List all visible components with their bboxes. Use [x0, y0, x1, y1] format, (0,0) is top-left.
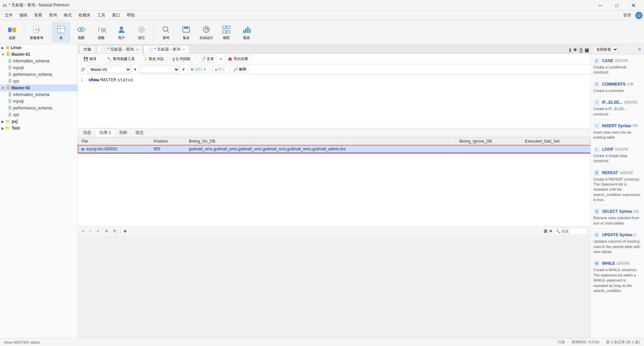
tab-result1[interactable]: 结果 1 [95, 129, 115, 137]
menu-favorites[interactable]: 收藏夹 [75, 11, 94, 19]
toolbar-user-button[interactable]: 用户 [112, 22, 131, 42]
add-row-button[interactable]: + [80, 228, 86, 234]
toolbar-new-query-button[interactable]: SQL 新建查询 [27, 22, 46, 42]
result-toolbar: + − ✓ ✕ ↻ ■ ⊞ ≡ [78, 226, 590, 236]
text-button[interactable]: 📝 文本 [198, 55, 217, 63]
tab-query1[interactable]: 📄 * 无标题 - 查询 ✕ [97, 45, 143, 53]
tab-query2[interactable]: 📄 * 无标题 - 查询 ✕ [144, 45, 190, 53]
menu-help[interactable]: 帮助 [123, 11, 138, 19]
toolbar-model-button[interactable]: 模型 [217, 22, 236, 42]
result-table-wrap[interactable]: File Position Binlog_Do_DB Binlog_Ignore… [78, 137, 590, 226]
view-label: 视图 [78, 36, 85, 40]
toolbar-query-button[interactable]: 查询 [157, 22, 175, 42]
menu-format[interactable]: 格式 [60, 11, 75, 19]
tab-object[interactable]: 对象 [79, 45, 96, 53]
menu-tools[interactable]: 工具 [94, 11, 109, 19]
run-button[interactable]: ▶ 运行 ▼ [187, 66, 210, 73]
eye-button[interactable]: 👁 [573, 47, 578, 53]
database-select[interactable] [139, 66, 179, 73]
sidebar-item-m01-info[interactable]: 🗄 information_schema [0, 58, 77, 64]
menu-view[interactable]: 查看 [31, 11, 46, 19]
snippet-ifelse[interactable]: I IF...ELSE... 流程控制 Create a IF...ELSE..… [591, 96, 644, 120]
snippet-insert[interactable]: I INSERT Syntax DM Insert new rows into … [591, 120, 644, 143]
view-toggle: ⊞ ≡ [544, 228, 588, 235]
stop-result-button[interactable]: ■ [122, 228, 128, 234]
snippet-update[interactable]: U UPDATE Syntax D Updates columns of exi… [591, 229, 644, 257]
snippet-filter-select[interactable]: 全部标签 [593, 46, 618, 52]
code-button[interactable]: {} [580, 47, 583, 53]
sidebar-group-linux[interactable]: ▶ 🖥 Linux [0, 44, 77, 51]
connection-select[interactable]: Master-02 [88, 66, 131, 73]
search-input[interactable] [554, 228, 588, 235]
cancel-button[interactable]: ✕ [103, 228, 110, 234]
backup-label: 备份 [183, 36, 190, 40]
sidebar-item-m01-perf[interactable]: 🗄 performance_schema [0, 71, 77, 78]
save-button[interactable]: 💾 保存 [80, 55, 100, 63]
while-desc: Create a WHILE construct. The statement … [593, 267, 641, 293]
menu-query[interactable]: 查询 [46, 11, 60, 19]
tab-profile[interactable]: 剖析 [115, 129, 131, 137]
sidebar-item-m01-sys[interactable]: 🗄 sys [0, 78, 77, 85]
table-row[interactable]: ▶ mysql-bin.000001 905 gulimall_ums,guli… [78, 145, 590, 153]
tab-info[interactable]: 信息 [79, 129, 95, 137]
maximize-button[interactable]: □ [609, 0, 625, 11]
tab-query2-close[interactable]: ✕ [182, 48, 185, 51]
db-icon: 🗄 [8, 93, 12, 97]
export-button[interactable]: 📤 导出结果 [225, 55, 251, 63]
query-icon [161, 24, 171, 35]
grid-view-button[interactable]: ⊞ [544, 229, 547, 234]
explain-button[interactable]: 🔎 解释 [230, 66, 250, 73]
info-button[interactable]: ℹ [569, 47, 571, 53]
close-button[interactable]: ✕ [626, 0, 641, 11]
view-icon [76, 24, 87, 35]
sidebar-group-master02[interactable]: ▼ 🗄 Master-02 [0, 85, 77, 91]
snippet-select[interactable]: S SELECT Syntax DM Retrieve rows selecte… [591, 205, 644, 229]
menu-file[interactable]: 文件 [1, 11, 16, 19]
sidebar-item-m01-mysql[interactable]: 🗄 mysql [0, 64, 77, 71]
editor-area[interactable]: 1 show MASTER status [78, 75, 590, 128]
menu-edit[interactable]: 编辑 [16, 11, 31, 19]
menu-window[interactable]: 窗口 [109, 11, 123, 19]
snippet-repeat[interactable]: R REPEAT 流程控制 Create A REPEAT construct.… [591, 167, 644, 206]
toolbar-connect-button[interactable]: 连接 [3, 22, 21, 42]
sidebar-item-m02-perf[interactable]: 🗄 performance_schema [0, 105, 77, 111]
tab-query2-icon: 📄 [148, 47, 153, 52]
toolbar-backup-button[interactable]: 备份 [177, 22, 196, 42]
snippet-while[interactable]: W WHILE 流程控制 Create a WHILE construct. T… [591, 257, 644, 296]
toolbar-autorun-button[interactable]: ⏰ 自动运行 [197, 22, 216, 42]
minimize-button[interactable]: ─ [592, 0, 608, 11]
query-builder-button[interactable]: 🔧 查询创建工具 [104, 55, 138, 63]
code-block-button[interactable]: () () 代码段 [169, 55, 194, 63]
check-button[interactable]: ✓ [95, 228, 101, 234]
tab-query1-close[interactable]: ✕ [136, 48, 139, 51]
snippet-case[interactable]: C CASE 流程控制 Create a conditional constru… [591, 55, 644, 78]
cell-executed-gtid [521, 145, 590, 153]
sidebar-group-master01[interactable]: ▼ 🗄 Master-01 [0, 51, 77, 58]
status-record-info: 第 1 条记录 (共 1 条) [606, 340, 640, 345]
update-desc: Updates columns of existing rows in the … [593, 239, 641, 254]
toolbar-other-button[interactable]: 其它 [132, 22, 151, 42]
sidebar-group-pxj[interactable]: ▶ 📁 pxj [0, 118, 77, 125]
snippet-comments[interactable]: C COMMENTS 注释 Create a comment [591, 78, 644, 96]
remove-row-button[interactable]: − [88, 228, 93, 234]
tab-status[interactable]: 状态 [131, 129, 148, 137]
sidebar-group-test[interactable]: ▶ 📁 Test [0, 125, 77, 132]
sidebar-item-master02-label: Master-02 [11, 86, 30, 90]
sidebar-item-m02-sys[interactable]: 🗄 sys [0, 111, 77, 118]
toolbar-chart-button[interactable]: 图表 [237, 22, 256, 42]
refresh-button[interactable]: ↻ [112, 228, 118, 234]
svg-point-15 [163, 27, 168, 31]
list-view-button[interactable]: ≡ [549, 229, 552, 234]
ifelse-desc: Create a IF...ELSE... construct [593, 106, 641, 117]
layout-button[interactable]: ▦ [585, 47, 589, 53]
login-button[interactable]: 登录 [619, 12, 635, 19]
sidebar-item-m02-info[interactable]: 🗄 information_schema [0, 91, 77, 98]
toolbar-table-button[interactable]: 表 [52, 22, 70, 42]
toolbar-function-button[interactable]: f(x) 函数 [92, 22, 111, 42]
stop-button[interactable]: ■ 停止 [212, 66, 229, 73]
tab-info-label: 信息 [83, 130, 91, 135]
sidebar-item-m02-mysql[interactable]: 🗄 mysql [0, 98, 77, 105]
snippet-loop[interactable]: L LOOP 流程控制 Create a simple loop constru… [591, 143, 644, 167]
beautify-button[interactable]: ✨ 美化 SQL [140, 55, 167, 63]
toolbar-view-button[interactable]: 视图 [72, 22, 91, 42]
